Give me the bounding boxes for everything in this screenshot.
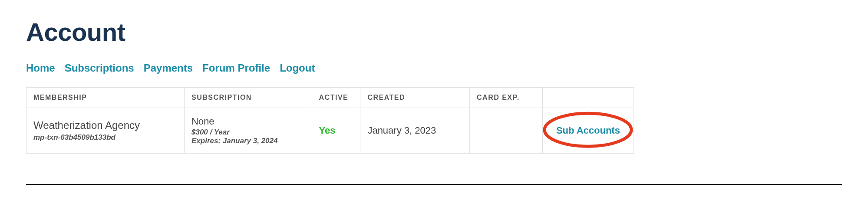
cell-card-exp	[470, 108, 543, 154]
col-created: Created	[360, 88, 470, 108]
subscription-expires: Expires: January 3, 2024	[191, 137, 305, 145]
cell-membership: Weatherization Agency mp-txn-63b4509b133…	[26, 108, 184, 154]
nav-logout[interactable]: Logout	[280, 62, 315, 74]
col-subscription: Subscription	[184, 88, 312, 108]
page-title: Account	[26, 17, 842, 46]
cell-actions: Sub Accounts	[542, 108, 634, 154]
account-nav: Home Subscriptions Payments Forum Profil…	[26, 62, 842, 74]
sub-accounts-link[interactable]: Sub Accounts	[556, 125, 620, 136]
col-actions	[542, 88, 634, 108]
table-row: Weatherization Agency mp-txn-63b4509b133…	[26, 108, 634, 154]
nav-home[interactable]: Home	[26, 62, 55, 74]
subscription-price: $300 / Year	[191, 128, 305, 137]
memberships-table: Membership Subscription Active Created C…	[26, 87, 634, 154]
membership-txn-id: mp-txn-63b4509b133bd	[33, 133, 177, 142]
page-divider	[26, 184, 842, 185]
col-card-exp: Card Exp.	[470, 88, 543, 108]
active-status: Yes	[319, 125, 336, 136]
col-membership: Membership	[26, 88, 184, 108]
col-active: Active	[312, 88, 360, 108]
nav-payments[interactable]: Payments	[144, 62, 193, 74]
cell-active: Yes	[312, 108, 360, 154]
membership-name: Weatherization Agency	[33, 119, 177, 131]
nav-subscriptions[interactable]: Subscriptions	[65, 62, 134, 74]
subscription-name: None	[191, 116, 305, 127]
nav-forum-profile[interactable]: Forum Profile	[202, 62, 270, 74]
cell-subscription: None $300 / Year Expires: January 3, 202…	[184, 108, 312, 154]
cell-created: January 3, 2023	[360, 108, 470, 154]
